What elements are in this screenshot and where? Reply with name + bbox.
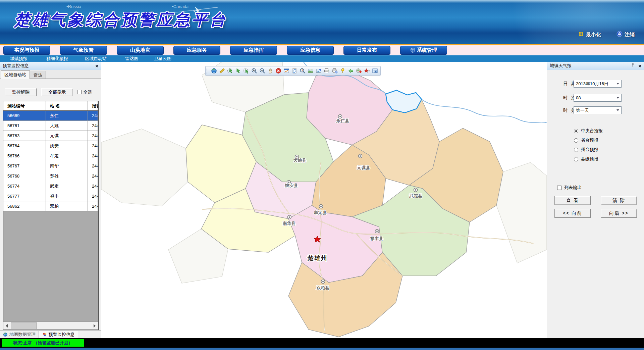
prefecture-label: 楚雄州 [307, 255, 328, 261]
chart-window-icon[interactable] [283, 67, 290, 74]
bottom-tab-地图数据管理[interactable]: 地图数据管理 [0, 331, 39, 338]
column-header[interactable]: 报警 [88, 101, 98, 110]
measure-icon[interactable] [218, 67, 225, 74]
district-map[interactable]: 永仁县元谋县大姚县姚安县武定县牟定县南华县禄丰县双柏县楚雄州 [101, 62, 547, 338]
checkbox-icon [557, 186, 561, 190]
show-all-button[interactable]: 全部显示 [41, 88, 73, 96]
nav-tab-7[interactable]: 日常发布 [343, 46, 390, 55]
media-icon[interactable] [315, 67, 322, 74]
table-row[interactable]: 56669永仁24小时 [3, 111, 98, 121]
panel-tab-区域自动站[interactable]: 区域自动站 [1, 70, 30, 79]
chevron-down-icon [616, 83, 619, 85]
table-row[interactable]: 56761大姚24小时 [3, 121, 98, 131]
pan-icon[interactable] [267, 67, 274, 74]
radio-省台预报[interactable]: 省台预报 [574, 137, 598, 143]
map-canvas[interactable]: 永仁县元谋县大姚县姚安县武定县牟定县南华县禄丰县双柏县楚雄州 ? [101, 62, 547, 338]
radio-县级预报[interactable]: 县级预报 [574, 156, 598, 162]
select-circle-icon[interactable] [226, 67, 233, 74]
table-row[interactable]: 56764姚安24小时 [3, 141, 98, 151]
panel-tab-雷达[interactable]: 雷达 [30, 71, 46, 79]
select-period[interactable]: 第一天 [574, 106, 622, 114]
prev-button[interactable]: << 向前 [554, 209, 591, 218]
nav-tab-5[interactable]: 应急指挥 [230, 46, 277, 55]
county-label: 南华县 [282, 221, 296, 226]
radio-州台预报[interactable]: 州台预报 [574, 147, 598, 153]
add-layer-icon[interactable] [355, 67, 362, 74]
subnav-item-4[interactable]: 雷达图 [125, 56, 138, 62]
table-cell: 24小时 [88, 191, 98, 201]
list-output-checkbox[interactable]: 列表输出 [557, 185, 582, 191]
select-all-checkbox[interactable]: 全选 [77, 89, 92, 95]
nav-tab-8[interactable]: 系统管理 [400, 46, 447, 55]
select-date[interactable]: 2013年10月16日 [574, 80, 622, 88]
pin-icon[interactable] [631, 63, 635, 68]
table-row[interactable]: 56774武定24小时 [3, 181, 98, 191]
subnav-item-3[interactable]: 区域自动站 [85, 56, 107, 62]
clear-button[interactable]: 清 除 [601, 196, 637, 205]
table-cell: 56763 [3, 131, 46, 141]
table-row[interactable]: 56862双柏24小时 [3, 201, 98, 211]
next-button[interactable]: 向后 >> [601, 209, 637, 218]
logout-button[interactable]: 注销 [616, 31, 635, 38]
chevron-down-icon [616, 109, 619, 111]
print-preview-icon[interactable] [331, 67, 338, 74]
nav-tab-2[interactable]: 气象预警 [60, 46, 107, 55]
scrollbar-thumb[interactable] [11, 322, 37, 329]
subnav-item-2[interactable]: 精细化预报 [46, 56, 68, 62]
scroll-right-arrow[interactable] [91, 322, 98, 330]
identify-icon[interactable]: ? [299, 67, 306, 74]
select-polygon-icon[interactable] [243, 67, 250, 74]
county-label: 姚安县 [285, 183, 298, 188]
subnav-item-1[interactable]: 城镇预报 [10, 56, 28, 62]
print-icon[interactable] [323, 67, 330, 74]
world-map-label: •Canada [172, 4, 189, 9]
left-bottom-tabs: 地图数据管理预警监控信息 [0, 331, 101, 338]
minimize-button[interactable]: 最小化 [578, 31, 601, 38]
radio-中央台预报[interactable]: 中央台预报 [574, 128, 603, 134]
sub-navigation: 城镇预报精细化预报区域自动站雷达图卫星云图 [0, 55, 644, 62]
close-icon[interactable]: × [638, 63, 641, 68]
left-panel-header: 预警监控信息 × [0, 62, 101, 70]
table-empty-area [3, 211, 98, 321]
column-header[interactable]: 站 名 [46, 101, 88, 110]
zoom-in-icon[interactable] [251, 67, 258, 74]
monitor-release-button[interactable]: 监控解除 [5, 88, 37, 96]
nav-tab-1[interactable]: 实况与预报 [3, 46, 50, 55]
back-icon[interactable] [347, 67, 354, 74]
toolbar-grip[interactable] [207, 68, 208, 74]
nav-tab-4[interactable]: 应急服务 [173, 46, 220, 55]
county-label: 禄丰县 [370, 236, 383, 241]
close-icon[interactable]: × [95, 63, 98, 68]
table-row[interactable]: 56763元谋24小时 [3, 131, 98, 141]
table-row[interactable]: 56768楚雄24小时 [3, 171, 98, 181]
town-marker [319, 205, 323, 208]
scroll-left-arrow[interactable] [3, 322, 10, 330]
zoom-out-icon[interactable] [259, 67, 266, 74]
overview-map-icon[interactable] [371, 67, 378, 74]
view-button[interactable]: 查 看 [554, 196, 591, 205]
refresh-icon[interactable] [291, 67, 298, 74]
stop-icon[interactable] [275, 67, 282, 74]
marker-icon[interactable] [339, 67, 346, 74]
select-arrow-icon[interactable] [234, 67, 241, 74]
column-header[interactable]: 测站编号 [3, 101, 46, 110]
select-hour[interactable]: 08 [574, 94, 622, 102]
table-cell: 24小时 [88, 201, 98, 211]
table-row[interactable]: 56777禄丰24小时 [3, 191, 98, 201]
horizontal-scrollbar[interactable] [3, 321, 98, 330]
bottom-tab-label: 地图数据管理 [9, 332, 36, 338]
minimize-label: 最小化 [586, 32, 601, 38]
star-dropdown-icon[interactable] [363, 67, 370, 74]
globe-icon[interactable] [210, 67, 217, 74]
bottom-tab-预警监控信息[interactable]: 预警监控信息 [39, 331, 78, 338]
map-toolbar: ? [205, 66, 381, 76]
subnav-item-5[interactable]: 卫星云图 [154, 56, 171, 62]
nav-tab-6[interactable]: 应急信息 [287, 46, 334, 55]
table-row[interactable]: 56766牟定24小时 [3, 151, 98, 161]
lock-icon [616, 31, 623, 38]
nav-tab-3[interactable]: 山洪地灾 [117, 46, 164, 55]
table-row[interactable]: 56767南华24小时 [3, 161, 98, 171]
image-icon[interactable] [307, 67, 314, 74]
table-cell: 56669 [3, 111, 46, 120]
county-label: 双柏县 [316, 285, 330, 290]
